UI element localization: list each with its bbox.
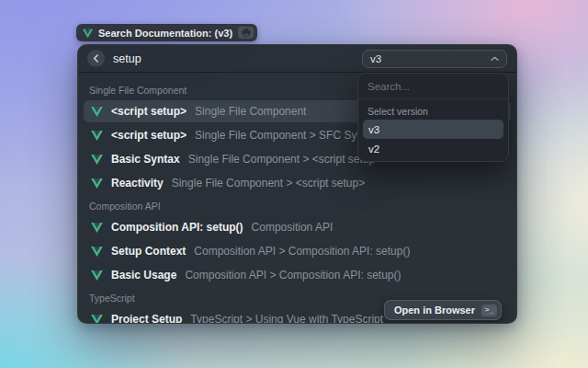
printer-icon	[238, 27, 254, 39]
version-option-v3[interactable]: v3	[363, 120, 503, 139]
desktop-background: Search Documentation: (v3) setup v3	[0, 0, 588, 368]
result-title: Basic Syntax	[111, 153, 180, 166]
vue-logo-icon	[91, 270, 103, 281]
command-tooltip: Search Documentation: (v3)	[76, 24, 257, 41]
result-row[interactable]: Setup Context Composition API > Composit…	[84, 240, 511, 262]
dropdown-section-label: Select version	[358, 99, 508, 120]
key-hint-glyph: >_	[485, 306, 493, 314]
version-select-button[interactable]: v3	[362, 50, 507, 68]
result-title: Basic Usage	[111, 269, 176, 282]
search-input[interactable]: setup	[113, 52, 141, 65]
result-path: Composition API > Composition API: setup…	[194, 245, 410, 258]
version-select-value: v3	[370, 53, 381, 64]
section-header: Composition API	[84, 196, 511, 216]
result-title: Project Setup	[111, 313, 182, 324]
chevron-left-icon	[93, 54, 99, 63]
open-in-browser-label: Open in Browser	[394, 305, 475, 316]
vue-logo-icon	[91, 178, 103, 189]
result-row[interactable]: Composition API: setup() Composition API	[84, 216, 511, 238]
result-title: Setup Context	[111, 245, 186, 258]
result-title: <script setup>	[111, 129, 187, 142]
result-row[interactable]: Basic Usage Composition API > Compositio…	[84, 264, 511, 286]
result-title: Composition API: setup()	[111, 221, 243, 234]
result-title: <script setup>	[111, 105, 187, 118]
open-in-browser-button[interactable]: Open in Browser >_	[384, 300, 502, 320]
result-path: Composition API > Composition API: setup…	[185, 269, 401, 282]
version-option-v2[interactable]: v2	[363, 139, 503, 158]
result-path: Composition API	[252, 221, 334, 234]
chevron-up-icon	[491, 56, 499, 62]
vue-logo-icon	[91, 155, 103, 165]
vue-logo-icon	[91, 247, 103, 257]
result-row[interactable]: Reactivity Single File Component > <scri…	[84, 172, 511, 194]
terminal-key-icon: >_	[481, 305, 497, 316]
result-path: TypeScript > Using Vue with TypeScript	[190, 313, 383, 324]
result-path: Single File Component > <script setup>	[172, 177, 365, 190]
vue-logo-icon	[83, 29, 93, 38]
vue-logo-icon	[91, 107, 103, 117]
search-panel: setup v3 Single File Component <script s…	[77, 44, 517, 324]
version-dropdown-popup: Search... Select version v3 v2	[357, 73, 509, 162]
vue-logo-icon	[91, 223, 103, 233]
version-search-input[interactable]: Search...	[358, 74, 508, 98]
result-path: Single File Component > <script setup>	[188, 153, 381, 166]
result-title: Reactivity	[111, 177, 164, 190]
vue-logo-icon	[91, 315, 103, 325]
result-path: Single File Component	[195, 105, 306, 118]
vue-logo-icon	[91, 131, 103, 141]
back-button[interactable]	[87, 50, 105, 67]
command-tooltip-label: Search Documentation: (v3)	[98, 28, 232, 39]
search-header: setup v3	[78, 45, 516, 73]
